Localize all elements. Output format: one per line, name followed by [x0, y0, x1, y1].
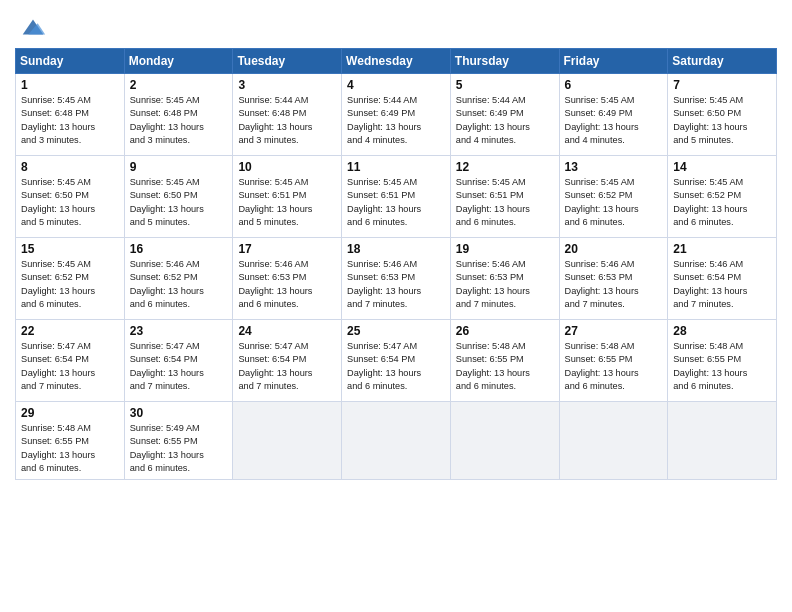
day-info: Sunrise: 5:46 AMSunset: 6:52 PMDaylight:…	[130, 258, 229, 311]
day-info: Sunrise: 5:47 AMSunset: 6:54 PMDaylight:…	[130, 340, 229, 393]
weekday-header: Monday	[124, 49, 233, 74]
day-info: Sunrise: 5:45 AMSunset: 6:50 PMDaylight:…	[21, 176, 120, 229]
day-info: Sunrise: 5:44 AMSunset: 6:48 PMDaylight:…	[238, 94, 337, 147]
day-info: Sunrise: 5:45 AMSunset: 6:51 PMDaylight:…	[238, 176, 337, 229]
day-info: Sunrise: 5:47 AMSunset: 6:54 PMDaylight:…	[21, 340, 120, 393]
day-number: 16	[130, 242, 229, 256]
calendar-day-cell: 30 Sunrise: 5:49 AMSunset: 6:55 PMDaylig…	[124, 402, 233, 480]
calendar-day-cell: 26 Sunrise: 5:48 AMSunset: 6:55 PMDaylig…	[450, 320, 559, 402]
day-number: 19	[456, 242, 555, 256]
calendar-day-cell	[559, 402, 668, 480]
calendar-week-row: 29 Sunrise: 5:48 AMSunset: 6:55 PMDaylig…	[16, 402, 777, 480]
calendar-day-cell: 21 Sunrise: 5:46 AMSunset: 6:54 PMDaylig…	[668, 238, 777, 320]
day-number: 24	[238, 324, 337, 338]
day-number: 22	[21, 324, 120, 338]
day-info: Sunrise: 5:47 AMSunset: 6:54 PMDaylight:…	[238, 340, 337, 393]
header	[15, 10, 777, 42]
day-number: 1	[21, 78, 120, 92]
day-number: 6	[565, 78, 664, 92]
day-number: 29	[21, 406, 120, 420]
day-number: 28	[673, 324, 772, 338]
day-number: 4	[347, 78, 446, 92]
day-number: 11	[347, 160, 446, 174]
day-info: Sunrise: 5:46 AMSunset: 6:53 PMDaylight:…	[347, 258, 446, 311]
logo	[15, 14, 47, 42]
calendar-day-cell: 25 Sunrise: 5:47 AMSunset: 6:54 PMDaylig…	[342, 320, 451, 402]
weekday-header: Wednesday	[342, 49, 451, 74]
day-info: Sunrise: 5:46 AMSunset: 6:53 PMDaylight:…	[565, 258, 664, 311]
day-info: Sunrise: 5:44 AMSunset: 6:49 PMDaylight:…	[347, 94, 446, 147]
day-info: Sunrise: 5:44 AMSunset: 6:49 PMDaylight:…	[456, 94, 555, 147]
calendar-day-cell: 20 Sunrise: 5:46 AMSunset: 6:53 PMDaylig…	[559, 238, 668, 320]
day-info: Sunrise: 5:49 AMSunset: 6:55 PMDaylight:…	[130, 422, 229, 475]
day-info: Sunrise: 5:45 AMSunset: 6:48 PMDaylight:…	[21, 94, 120, 147]
day-info: Sunrise: 5:45 AMSunset: 6:50 PMDaylight:…	[673, 94, 772, 147]
weekday-header: Tuesday	[233, 49, 342, 74]
day-info: Sunrise: 5:45 AMSunset: 6:48 PMDaylight:…	[130, 94, 229, 147]
calendar-day-cell: 28 Sunrise: 5:48 AMSunset: 6:55 PMDaylig…	[668, 320, 777, 402]
calendar-day-cell: 15 Sunrise: 5:45 AMSunset: 6:52 PMDaylig…	[16, 238, 125, 320]
calendar-day-cell	[233, 402, 342, 480]
day-number: 13	[565, 160, 664, 174]
calendar-day-cell: 7 Sunrise: 5:45 AMSunset: 6:50 PMDayligh…	[668, 74, 777, 156]
calendar-day-cell: 27 Sunrise: 5:48 AMSunset: 6:55 PMDaylig…	[559, 320, 668, 402]
day-number: 14	[673, 160, 772, 174]
calendar-day-cell: 29 Sunrise: 5:48 AMSunset: 6:55 PMDaylig…	[16, 402, 125, 480]
day-number: 27	[565, 324, 664, 338]
weekday-header: Friday	[559, 49, 668, 74]
day-info: Sunrise: 5:45 AMSunset: 6:52 PMDaylight:…	[673, 176, 772, 229]
weekday-header: Thursday	[450, 49, 559, 74]
calendar-day-cell: 16 Sunrise: 5:46 AMSunset: 6:52 PMDaylig…	[124, 238, 233, 320]
day-number: 10	[238, 160, 337, 174]
calendar-day-cell: 18 Sunrise: 5:46 AMSunset: 6:53 PMDaylig…	[342, 238, 451, 320]
calendar-day-cell	[450, 402, 559, 480]
day-info: Sunrise: 5:48 AMSunset: 6:55 PMDaylight:…	[21, 422, 120, 475]
day-number: 18	[347, 242, 446, 256]
calendar-week-row: 8 Sunrise: 5:45 AMSunset: 6:50 PMDayligh…	[16, 156, 777, 238]
day-info: Sunrise: 5:48 AMSunset: 6:55 PMDaylight:…	[565, 340, 664, 393]
calendar-day-cell: 1 Sunrise: 5:45 AMSunset: 6:48 PMDayligh…	[16, 74, 125, 156]
day-number: 7	[673, 78, 772, 92]
weekday-header-row: SundayMondayTuesdayWednesdayThursdayFrid…	[16, 49, 777, 74]
calendar-day-cell: 11 Sunrise: 5:45 AMSunset: 6:51 PMDaylig…	[342, 156, 451, 238]
weekday-header: Sunday	[16, 49, 125, 74]
calendar-week-row: 22 Sunrise: 5:47 AMSunset: 6:54 PMDaylig…	[16, 320, 777, 402]
day-info: Sunrise: 5:45 AMSunset: 6:51 PMDaylight:…	[347, 176, 446, 229]
calendar-day-cell: 19 Sunrise: 5:46 AMSunset: 6:53 PMDaylig…	[450, 238, 559, 320]
calendar-day-cell: 6 Sunrise: 5:45 AMSunset: 6:49 PMDayligh…	[559, 74, 668, 156]
day-info: Sunrise: 5:47 AMSunset: 6:54 PMDaylight:…	[347, 340, 446, 393]
day-info: Sunrise: 5:45 AMSunset: 6:52 PMDaylight:…	[565, 176, 664, 229]
calendar-day-cell	[668, 402, 777, 480]
day-info: Sunrise: 5:45 AMSunset: 6:49 PMDaylight:…	[565, 94, 664, 147]
weekday-header: Saturday	[668, 49, 777, 74]
calendar-day-cell: 5 Sunrise: 5:44 AMSunset: 6:49 PMDayligh…	[450, 74, 559, 156]
day-number: 15	[21, 242, 120, 256]
day-info: Sunrise: 5:48 AMSunset: 6:55 PMDaylight:…	[673, 340, 772, 393]
calendar-day-cell: 23 Sunrise: 5:47 AMSunset: 6:54 PMDaylig…	[124, 320, 233, 402]
calendar-day-cell: 8 Sunrise: 5:45 AMSunset: 6:50 PMDayligh…	[16, 156, 125, 238]
calendar-day-cell: 4 Sunrise: 5:44 AMSunset: 6:49 PMDayligh…	[342, 74, 451, 156]
calendar-day-cell: 13 Sunrise: 5:45 AMSunset: 6:52 PMDaylig…	[559, 156, 668, 238]
day-number: 8	[21, 160, 120, 174]
calendar-day-cell: 22 Sunrise: 5:47 AMSunset: 6:54 PMDaylig…	[16, 320, 125, 402]
calendar-table: SundayMondayTuesdayWednesdayThursdayFrid…	[15, 48, 777, 480]
calendar-day-cell: 10 Sunrise: 5:45 AMSunset: 6:51 PMDaylig…	[233, 156, 342, 238]
calendar-day-cell: 2 Sunrise: 5:45 AMSunset: 6:48 PMDayligh…	[124, 74, 233, 156]
day-number: 3	[238, 78, 337, 92]
day-number: 21	[673, 242, 772, 256]
day-number: 12	[456, 160, 555, 174]
calendar-day-cell: 3 Sunrise: 5:44 AMSunset: 6:48 PMDayligh…	[233, 74, 342, 156]
day-number: 5	[456, 78, 555, 92]
day-number: 9	[130, 160, 229, 174]
calendar-day-cell	[342, 402, 451, 480]
page: SundayMondayTuesdayWednesdayThursdayFrid…	[0, 0, 792, 612]
day-info: Sunrise: 5:48 AMSunset: 6:55 PMDaylight:…	[456, 340, 555, 393]
day-number: 30	[130, 406, 229, 420]
calendar-week-row: 1 Sunrise: 5:45 AMSunset: 6:48 PMDayligh…	[16, 74, 777, 156]
day-number: 23	[130, 324, 229, 338]
calendar-day-cell: 24 Sunrise: 5:47 AMSunset: 6:54 PMDaylig…	[233, 320, 342, 402]
day-info: Sunrise: 5:45 AMSunset: 6:50 PMDaylight:…	[130, 176, 229, 229]
day-info: Sunrise: 5:46 AMSunset: 6:54 PMDaylight:…	[673, 258, 772, 311]
calendar-day-cell: 12 Sunrise: 5:45 AMSunset: 6:51 PMDaylig…	[450, 156, 559, 238]
calendar-day-cell: 14 Sunrise: 5:45 AMSunset: 6:52 PMDaylig…	[668, 156, 777, 238]
